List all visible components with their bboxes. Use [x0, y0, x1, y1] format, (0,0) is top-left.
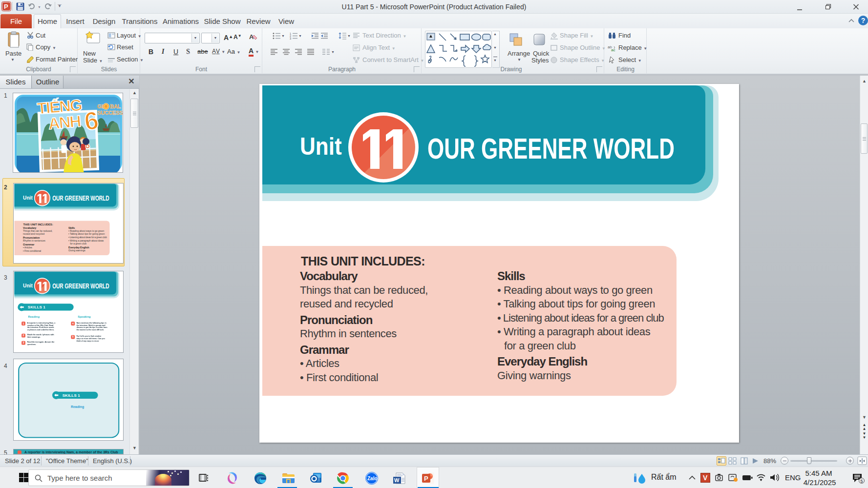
svg-text:BAL: BAL	[110, 103, 121, 109]
svg-text:3: 3	[290, 37, 291, 40]
svg-text:SUCCESS: SUCCESS	[97, 110, 123, 116]
svg-text:W: W	[394, 477, 400, 483]
svg-text:ANH: ANH	[47, 112, 81, 133]
svg-text:5: 5	[861, 479, 863, 484]
svg-text:Zalo: Zalo	[367, 476, 378, 481]
svg-text:P: P	[424, 475, 428, 482]
